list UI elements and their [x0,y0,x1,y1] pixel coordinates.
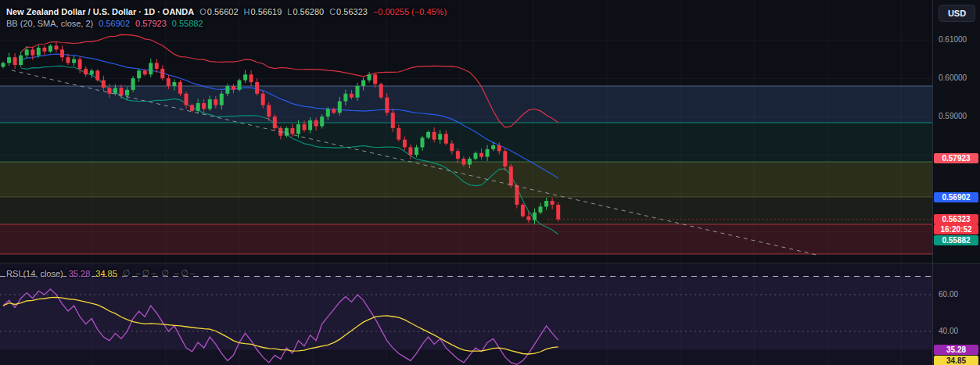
open-value: O0.56602 [199,7,238,16]
rsi-axis-label: 40.00 [939,327,958,336]
symbol-row: New Zealand Dollar / U.S. Dollar · 1D · … [6,5,447,17]
zone [0,86,933,123]
symbol-legend: New Zealand Dollar / U.S. Dollar · 1D · … [6,5,447,29]
close-value: C0.56323 [329,7,368,16]
price-axis-label: 0.60000 [939,73,967,83]
rsi-badge: 35.28 [934,345,978,355]
low-value: L0.56280 [287,7,324,16]
rsi-legend-row: RSI (14, close) 35.28 34.85 ∅ –∅– ∅ –∅– [6,267,196,279]
zone [0,162,933,197]
rsi-badge: 34.85 [934,356,978,365]
price-zones [0,86,933,254]
price-axis-label: 0.61000 [939,35,967,45]
chart-window: New Zealand Dollar / U.S. Dollar · 1D · … [0,0,980,365]
symbol-title[interactable]: New Zealand Dollar / U.S. Dollar · 1D · … [6,7,194,16]
rsi-legend: RSI (14, close) 35.28 34.85 ∅ –∅– ∅ –∅– [6,267,196,279]
countdown-badge: 16:20:52 [934,224,978,234]
zone [0,224,933,254]
bb-lower-value: 0.55882 [172,19,203,28]
rsi-indicator-label[interactable]: RSI (14, close) [6,269,63,278]
price-badge: 0.56323 [934,214,978,224]
high-value: H0.56619 [244,7,282,16]
price-axis[interactable]: USD 0.610000.600000.5900060.0040.000.579… [932,0,980,365]
zone [0,197,933,224]
rsi-axis-label: 60.00 [939,290,958,299]
rsi-hidden-plots: ∅ –∅– ∅ –∅– [123,268,196,278]
indicator-row: BB (20, SMA, close, 2) 0.56902 0.57923 0… [6,17,447,29]
currency-button[interactable]: USD [939,5,975,22]
bb-indicator-label[interactable]: BB (20, SMA, close, 2) [6,19,93,28]
rsi-ma-value: 34.85 [95,269,117,278]
price-change: −0.00255 (−0.45%) [373,7,447,16]
price-badge: 0.57923 [934,153,978,163]
price-axis-label: 0.59000 [939,112,967,121]
rsi-band-fill [0,277,933,350]
price-badge: 0.56902 [934,192,978,202]
rsi-value: 35.28 [69,269,91,278]
price-badge: 0.55882 [934,235,978,245]
bb-upper-value: 0.57923 [135,19,167,28]
bb-basis-value: 0.56902 [99,19,130,28]
main-chart[interactable] [0,0,933,365]
zone [0,123,933,162]
